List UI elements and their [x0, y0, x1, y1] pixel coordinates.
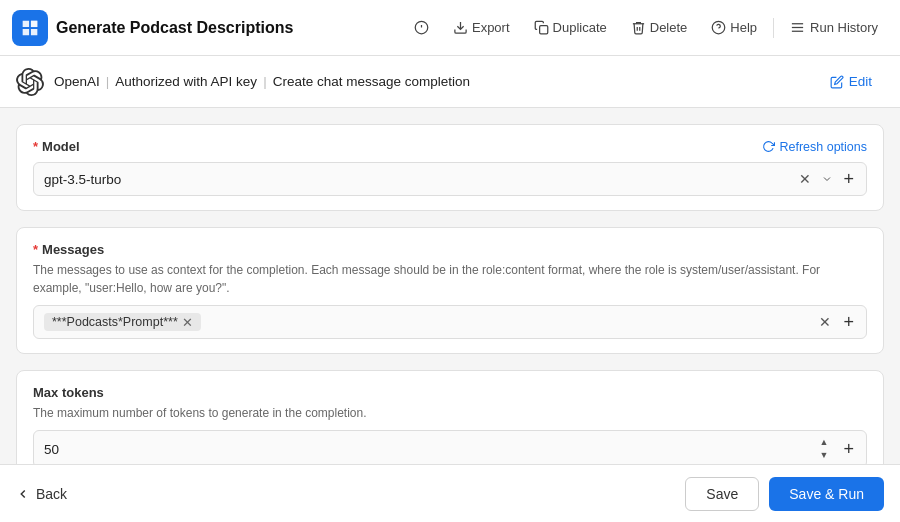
- back-button[interactable]: Back: [16, 486, 67, 502]
- messages-tag: ***Podcasts*Prompt*** ✕: [44, 313, 201, 331]
- delete-icon: [631, 20, 646, 35]
- back-arrow-icon: [16, 487, 30, 501]
- bottom-bar: Back Save Save & Run: [0, 464, 900, 522]
- model-field-header: * Model Refresh options: [33, 139, 867, 154]
- tokens-stepper: ▲ ▼: [819, 437, 830, 461]
- run-history-icon: [790, 20, 805, 35]
- openai-provider: OpenAI: [54, 74, 100, 89]
- messages-description: The messages to use as context for the c…: [33, 261, 867, 297]
- edit-button[interactable]: Edit: [818, 69, 884, 94]
- tokens-field-card: Max tokens The maximum number of tokens …: [16, 370, 884, 464]
- duplicate-icon: [534, 20, 549, 35]
- tokens-decrement-button[interactable]: ▼: [819, 450, 830, 461]
- help-icon: [711, 20, 726, 35]
- tokens-add-button[interactable]: +: [841, 440, 856, 458]
- bottom-right-actions: Save Save & Run: [685, 477, 884, 511]
- edit-icon: [830, 75, 844, 89]
- openai-info: OpenAI | Authorized with API key | Creat…: [54, 74, 808, 89]
- export-button[interactable]: Export: [443, 15, 520, 40]
- openai-bar: OpenAI | Authorized with API key | Creat…: [0, 56, 900, 108]
- app-logo: [12, 10, 48, 46]
- run-history-button[interactable]: Run History: [780, 15, 888, 40]
- model-add-button[interactable]: +: [841, 170, 856, 188]
- refresh-options-button[interactable]: Refresh options: [762, 140, 867, 154]
- divider: [773, 18, 774, 38]
- messages-required-star: *: [33, 242, 38, 257]
- tokens-label: Max tokens: [33, 385, 104, 400]
- export-icon: [453, 20, 468, 35]
- svg-rect-3: [539, 26, 547, 34]
- messages-field-card: * Messages The messages to use as contex…: [16, 227, 884, 354]
- top-bar: Generate Podcast Descriptions Export Dup…: [0, 0, 900, 56]
- openai-action: Create chat message completion: [273, 74, 470, 89]
- duplicate-button[interactable]: Duplicate: [524, 15, 617, 40]
- tokens-description: The maximum number of tokens to generate…: [33, 404, 867, 422]
- model-value: gpt-3.5-turbo: [44, 172, 797, 187]
- openai-auth-status: Authorized with API key: [115, 74, 257, 89]
- delete-button[interactable]: Delete: [621, 15, 698, 40]
- model-field-card: * Model Refresh options gpt-3.5-turbo ✕ …: [16, 124, 884, 211]
- refresh-icon: [762, 140, 775, 153]
- info-icon: [414, 20, 429, 35]
- model-input-row: gpt-3.5-turbo ✕ +: [33, 162, 867, 196]
- messages-clear-button[interactable]: ✕: [817, 312, 833, 332]
- save-button[interactable]: Save: [685, 477, 759, 511]
- save-run-button[interactable]: Save & Run: [769, 477, 884, 511]
- model-clear-button[interactable]: ✕: [797, 169, 813, 189]
- openai-logo-icon: [16, 68, 44, 96]
- messages-field-header: * Messages: [33, 242, 867, 257]
- model-required-star: *: [33, 139, 38, 154]
- main-content: * Model Refresh options gpt-3.5-turbo ✕ …: [0, 108, 900, 464]
- tokens-value: 50: [44, 442, 819, 457]
- messages-add-button[interactable]: +: [841, 313, 856, 331]
- model-dropdown-button[interactable]: [819, 171, 835, 187]
- messages-label: Messages: [42, 242, 104, 257]
- chevron-down-icon: [821, 173, 833, 185]
- model-label: Model: [42, 139, 80, 154]
- tokens-input-row: 50 ▲ ▼ +: [33, 430, 867, 464]
- tokens-increment-button[interactable]: ▲: [819, 437, 830, 448]
- help-button[interactable]: Help: [701, 15, 767, 40]
- tokens-field-header: Max tokens: [33, 385, 867, 400]
- messages-tag-value: ***Podcasts*Prompt***: [52, 315, 178, 329]
- messages-tag-remove-button[interactable]: ✕: [182, 316, 193, 329]
- top-actions: Export Duplicate Delete Help Run History: [404, 15, 888, 40]
- page-title: Generate Podcast Descriptions: [56, 19, 396, 37]
- info-button[interactable]: [404, 15, 439, 40]
- messages-tag-row: ***Podcasts*Prompt*** ✕ ✕ +: [33, 305, 867, 339]
